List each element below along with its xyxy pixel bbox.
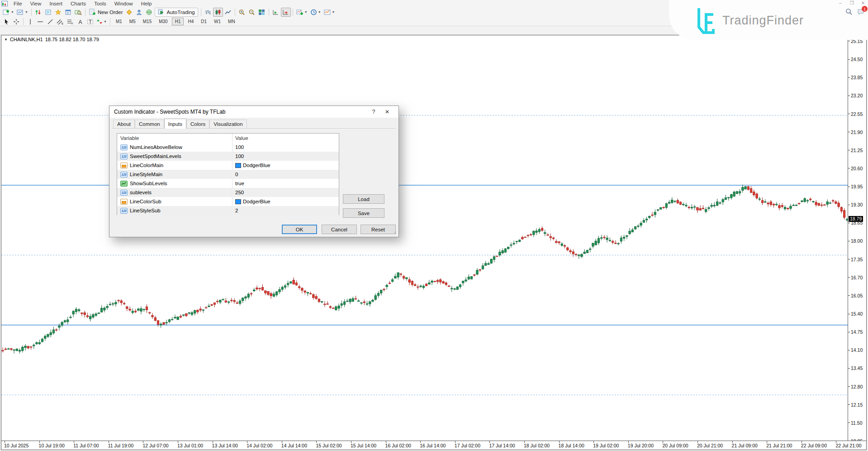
text-icon: A bbox=[77, 19, 83, 25]
y-tick-label: 20.60 bbox=[851, 166, 863, 171]
param-row-sublevels[interactable]: 123sublevels250 bbox=[117, 188, 339, 197]
shapes-button[interactable]: ▼ bbox=[95, 17, 108, 26]
timeframe-mn-button[interactable]: MN bbox=[225, 18, 238, 25]
menu-file[interactable]: File bbox=[9, 0, 26, 7]
horizontal-line-button[interactable] bbox=[35, 17, 45, 26]
terminal-button[interactable] bbox=[63, 8, 73, 17]
zoom-out-button[interactable] bbox=[247, 8, 257, 17]
search-button[interactable] bbox=[845, 8, 853, 17]
fibonacci-button[interactable]: F bbox=[65, 17, 75, 26]
new-chart-button[interactable]: ▼ bbox=[1, 8, 15, 17]
param-value[interactable]: true bbox=[232, 181, 339, 186]
chart-plot-area[interactable]: ▼ CHAINLNK,H1 18.75 18.82 18.70 18.79 bbox=[1, 35, 848, 441]
text-label-button[interactable]: T bbox=[85, 17, 95, 26]
y-tick-mark bbox=[848, 295, 850, 296]
market-globe-button[interactable] bbox=[144, 8, 154, 17]
close-window-button[interactable]: ✕ bbox=[860, 0, 866, 5]
chart-shift-button[interactable] bbox=[281, 8, 291, 17]
data-window-button[interactable] bbox=[43, 8, 53, 17]
timeframe-m30-button[interactable]: M30 bbox=[156, 18, 171, 25]
notifications-button[interactable]: 1 bbox=[857, 8, 864, 17]
resize-grip[interactable]: ⠿ bbox=[394, 232, 398, 236]
dialog-close-button[interactable]: ✕ bbox=[380, 107, 394, 117]
y-tick-mark bbox=[848, 241, 850, 241]
line-chart-button[interactable] bbox=[223, 8, 233, 17]
bar-chart-button[interactable] bbox=[203, 8, 213, 17]
numeric-type-icon: 123 bbox=[120, 172, 128, 178]
tab-colors[interactable]: Colors bbox=[186, 120, 209, 129]
minimize-button[interactable]: – bbox=[837, 0, 844, 5]
indicators-button[interactable]: ▼ bbox=[295, 8, 309, 17]
trendline-button[interactable] bbox=[45, 17, 55, 26]
param-row-LineColorSub[interactable]: LineColorSubDodgerBlue bbox=[117, 197, 339, 206]
load-button[interactable]: Load bbox=[343, 194, 384, 204]
menu-help[interactable]: Help bbox=[137, 0, 156, 7]
watermark-text: TradingFinder bbox=[722, 14, 804, 28]
community-button[interactable] bbox=[134, 8, 144, 17]
timeframe-m5-button[interactable]: M5 bbox=[126, 18, 139, 25]
tab-visualization[interactable]: Visualization bbox=[209, 120, 247, 129]
dialog-help-button[interactable]: ? bbox=[367, 107, 380, 117]
inputs-table: VariableValue123NumLinesAboveBelow100123… bbox=[117, 133, 339, 215]
tile-windows-button[interactable] bbox=[257, 8, 267, 17]
timeframe-h1-button[interactable]: H1 bbox=[172, 18, 184, 25]
ok-button[interactable]: OK bbox=[282, 225, 317, 234]
y-tick-mark bbox=[848, 277, 850, 278]
market-watch-button[interactable] bbox=[33, 8, 43, 17]
param-value[interactable]: 100 bbox=[232, 154, 339, 159]
dialog-titlebar[interactable]: Custom Indicator - SweetSpots MT4 by TFL… bbox=[109, 106, 398, 118]
candlestick-chart-button[interactable] bbox=[213, 8, 223, 17]
navigator-button[interactable] bbox=[53, 8, 63, 17]
x-tick-label: 19 Jul 20:00 bbox=[628, 443, 654, 448]
cursor-arrow-icon bbox=[4, 19, 9, 25]
timeframe-m1-button[interactable]: M1 bbox=[113, 18, 125, 25]
param-row-NumLinesAboveBelow[interactable]: 123NumLinesAboveBelow100 bbox=[117, 143, 339, 152]
restore-button[interactable]: ❐ bbox=[849, 0, 855, 5]
param-value[interactable]: DodgerBlue bbox=[232, 199, 339, 204]
save-button[interactable]: Save bbox=[343, 208, 384, 218]
param-value[interactable]: 0 bbox=[232, 172, 339, 177]
menu-view[interactable]: View bbox=[26, 0, 46, 7]
reset-button[interactable]: Reset bbox=[360, 225, 396, 234]
param-row-SweetSpotMainLevels[interactable]: 123SweetSpotMainLevels100 bbox=[117, 152, 339, 161]
auto-scroll-button[interactable] bbox=[271, 8, 281, 17]
crosshair-button[interactable] bbox=[11, 17, 21, 26]
trendline-icon bbox=[47, 19, 53, 25]
channel-button[interactable]: E bbox=[55, 17, 65, 26]
param-row-LineStyleSub[interactable]: 123LineStyleSub2 bbox=[117, 206, 339, 215]
strategy-tester-button[interactable] bbox=[73, 8, 83, 17]
timeframe-d1-button[interactable]: D1 bbox=[198, 18, 210, 25]
menu-charts[interactable]: Charts bbox=[66, 0, 90, 7]
new-order-button[interactable]: New Order bbox=[87, 8, 124, 17]
timeframe-h4-button[interactable]: H4 bbox=[185, 18, 197, 25]
tab-inputs[interactable]: Inputs bbox=[164, 119, 186, 129]
timeframe-w1-button[interactable]: W1 bbox=[211, 18, 224, 25]
time-axis[interactable]: 10 Jul 202510 Jul 19:0011 Jul 07:0011 Ju… bbox=[1, 441, 866, 450]
cursor-button[interactable] bbox=[1, 17, 11, 26]
metaeditor-button[interactable] bbox=[124, 8, 134, 17]
menu-tools[interactable]: Tools bbox=[90, 0, 110, 7]
timeframe-m15-button[interactable]: M15 bbox=[140, 18, 155, 25]
tab-common[interactable]: Common bbox=[135, 120, 164, 129]
table-header-row[interactable]: VariableValue bbox=[117, 134, 339, 143]
param-value[interactable]: 250 bbox=[232, 190, 339, 195]
menu-insert[interactable]: Insert bbox=[45, 0, 66, 7]
templates-button[interactable]: ▼ bbox=[323, 8, 337, 17]
param-value[interactable]: 2 bbox=[232, 208, 339, 213]
vertical-line-button[interactable] bbox=[25, 17, 35, 26]
zoom-in-button[interactable] bbox=[237, 8, 247, 17]
param-value[interactable]: 100 bbox=[232, 144, 339, 150]
periods-button[interactable]: ▼ bbox=[309, 8, 323, 17]
param-row-ShowSubLevels[interactable]: ShowSubLevelstrue bbox=[117, 179, 339, 188]
collapse-triangle-icon[interactable]: ▼ bbox=[4, 38, 8, 42]
param-value[interactable]: DodgerBlue bbox=[232, 163, 339, 168]
text-button[interactable]: A bbox=[75, 17, 85, 26]
param-row-LineStyleMain[interactable]: 123LineStyleMain0 bbox=[117, 170, 339, 179]
param-row-LineColorMain[interactable]: LineColorMainDodgerBlue bbox=[117, 161, 339, 170]
price-axis[interactable]: 18.79 25.1524.5023.8523.2022.5521.9021.2… bbox=[848, 35, 866, 441]
cancel-button[interactable]: Cancel bbox=[322, 225, 357, 234]
menu-window[interactable]: Window bbox=[110, 0, 137, 7]
autotrading-button[interactable]: AutoTrading bbox=[155, 8, 198, 17]
profiles-button[interactable]: ▼ bbox=[15, 8, 29, 17]
tab-about[interactable]: About bbox=[113, 120, 135, 129]
